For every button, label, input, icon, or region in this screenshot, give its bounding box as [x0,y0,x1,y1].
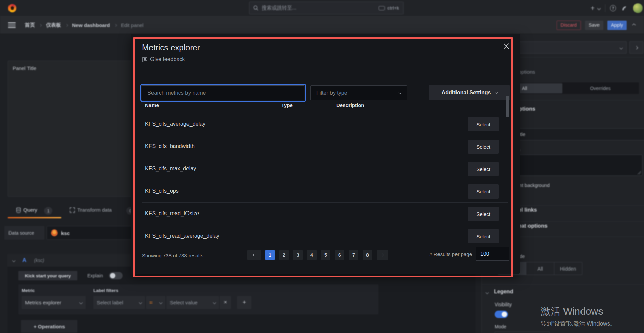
panel-title: Panel Title [13,65,36,71]
label-filters-label: Label filters [93,288,118,293]
mode-label: Mode [495,324,506,329]
visibility-toggle[interactable] [495,311,508,318]
search-icon [253,5,258,11]
highlight-rectangle [133,37,513,277]
datasource-label: Data source [4,226,44,240]
operator-select[interactable]: = [146,296,165,309]
active-tab-underline [8,217,61,218]
transform-icon [70,207,75,213]
chevron-up-icon[interactable] [632,23,636,27]
explain-toggle[interactable] [109,272,123,279]
chevron-down-icon [79,301,83,304]
chevron-down-icon[interactable] [597,6,601,10]
toolbar: 首页 仪表板 New dashboard Edit panel Discard … [0,16,644,34]
breadcrumb-home[interactable]: 首页 [25,22,35,29]
breadcrumb-dashboards[interactable]: 仪表板 [46,22,61,29]
save-button[interactable]: Save [585,21,603,30]
apply-button[interactable]: Apply [607,21,627,30]
query-count-badge: 1 [44,207,52,215]
chevron-down-icon[interactable] [12,259,16,262]
grafana-logo-icon[interactable] [8,4,16,12]
operations-button[interactable]: + Operations [21,320,77,333]
keyboard-icon [379,6,385,10]
discard-button[interactable]: Discard [557,21,581,30]
query-datasource-hint: (ksc) [34,258,44,263]
menu-icon[interactable] [8,22,16,29]
metric-label: Metric [22,288,35,293]
breadcrumb-dashboard[interactable]: New dashboard [72,22,110,28]
search-shortcut: ctrl+k [387,5,399,11]
datasource-picker[interactable]: ksc [47,226,143,240]
global-search-input[interactable]: 搜索或跳转至... ctrl+k [249,2,404,14]
chevron-down-icon [139,301,142,304]
breadcrumb-current: Edit panel [121,22,144,28]
add-icon[interactable]: + [591,4,595,12]
search-placeholder: 搜索或跳转至... [262,5,297,11]
visibility-label: Visibility [495,302,512,307]
datasource-value: ksc [61,230,70,236]
breadcrumb: 首页 仪表板 New dashboard Edit panel [25,17,143,34]
label-select[interactable]: Select label [93,296,145,309]
tooltip-mode-hidden[interactable]: Hidden [554,262,582,275]
tab-overrides[interactable]: Overrides [562,83,638,93]
remove-filter-button[interactable]: × [220,296,231,309]
chevron-down-icon [159,301,163,304]
news-icon[interactable] [622,5,628,11]
kick-start-button[interactable]: Kick start your query [18,271,77,280]
top-nav: 搜索或跳转至... ctrl+k + ? [0,0,644,16]
tab-transform-data[interactable]: Transform data [77,207,112,213]
query-ref-id: A [22,257,26,264]
tab-query[interactable]: Query [23,207,37,213]
breadcrumb-separator [39,24,42,26]
collapse-options-button[interactable] [629,41,643,54]
resize-grip-icon[interactable] [638,171,641,174]
windows-watermark: 激活 Windows 转到“设置”以激活 Windows。 [541,305,616,328]
chevron-down-icon[interactable] [486,291,489,294]
help-icon[interactable]: ? [610,5,616,11]
tooltip-mode-all[interactable]: All [526,262,554,275]
chevron-down-icon [620,46,623,49]
metric-select[interactable]: Metrics explorer [22,296,86,309]
add-filter-button[interactable]: + [237,296,251,309]
divider [605,4,605,12]
database-icon [16,207,21,213]
value-select[interactable]: Select value [166,296,219,309]
explain-label: Explain [87,273,103,278]
breadcrumb-separator [65,24,68,26]
prometheus-icon [51,229,58,236]
legend-mode-group[interactable] [495,332,550,333]
chevron-down-icon [213,301,216,304]
legend-header[interactable]: Legend [494,289,513,295]
breadcrumb-separator [114,24,117,26]
avatar[interactable] [633,3,643,13]
